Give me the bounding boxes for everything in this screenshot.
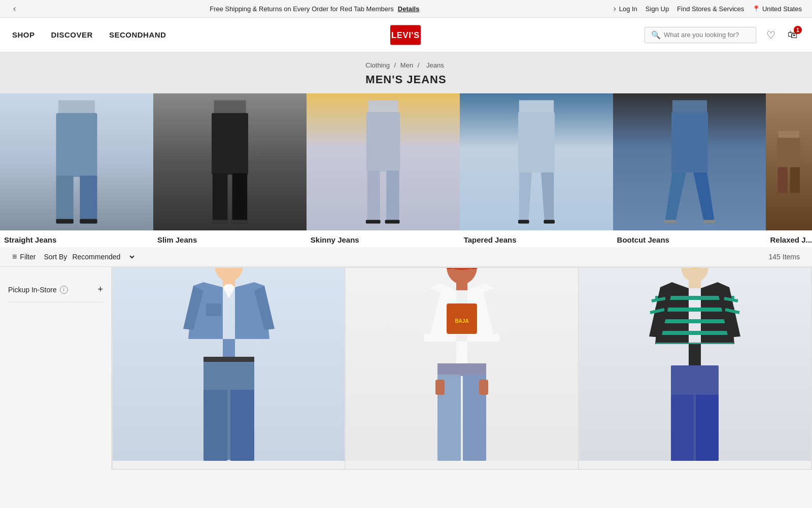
nav-discover[interactable]: DISCOVER	[51, 30, 93, 39]
svg-rect-15	[366, 112, 400, 172]
page-title: MEN'S JEANS	[0, 73, 812, 86]
product-card-3[interactable]	[579, 268, 811, 469]
svg-rect-5	[80, 176, 97, 224]
nav-shop[interactable]: SHOP	[12, 30, 35, 39]
svg-rect-2	[58, 100, 95, 114]
search-icon: 🔍	[651, 30, 661, 40]
find-stores-link[interactable]: Find Stores & Services	[677, 5, 744, 13]
item-count: 145 Items	[769, 253, 800, 261]
svg-rect-41	[204, 390, 227, 461]
svg-rect-39	[206, 303, 221, 316]
svg-rect-35	[790, 167, 800, 193]
breadcrumb-sep-1: /	[394, 61, 396, 69]
banner-prev-arrow[interactable]: ‹	[10, 3, 19, 14]
product-img-3	[579, 268, 811, 461]
category-skinny-jeans[interactable]: Skinny Jeans	[307, 93, 460, 247]
breadcrumb-clothing[interactable]: Clothing	[365, 61, 390, 69]
search-input[interactable]	[664, 31, 750, 39]
svg-rect-3	[56, 113, 97, 177]
svg-rect-30	[664, 220, 675, 223]
svg-rect-13	[231, 220, 248, 223]
category-carousel: Straight Jeans Slim Jeans	[0, 93, 812, 247]
filter-left: ≡ Filter Sort By Recommended Price Low t…	[12, 252, 136, 261]
filter-label: Filter	[20, 253, 36, 261]
search-bar[interactable]: 🔍	[645, 27, 756, 43]
svg-rect-55	[479, 380, 488, 395]
svg-rect-11	[232, 174, 247, 224]
category-label-relaxed: Relaxed J...	[766, 230, 812, 247]
svg-text:LEVI'S: LEVI'S	[391, 30, 420, 40]
pickup-label-text: Pickup In-Store	[8, 286, 57, 294]
pickup-filter-label: Pickup In-Store i	[8, 286, 68, 294]
svg-marker-23	[541, 173, 554, 224]
category-img-slim	[153, 93, 307, 230]
svg-rect-19	[385, 220, 399, 223]
cart-button[interactable]: 🛍 1	[786, 27, 800, 43]
banner-details-link[interactable]: Details	[398, 5, 420, 13]
product-grid: BAJA	[112, 267, 812, 470]
svg-rect-10	[213, 174, 228, 224]
category-tapered-jeans[interactable]: Tapered Jeans	[460, 93, 613, 247]
wishlist-button[interactable]: ♡	[764, 27, 777, 43]
sort-by-label: Sort By	[44, 253, 67, 261]
svg-rect-31	[703, 220, 715, 223]
svg-rect-54	[435, 380, 445, 395]
svg-text:BAJA: BAJA	[455, 318, 468, 324]
sidebar-pickup-filter[interactable]: Pickup In-Store i +	[8, 277, 103, 302]
category-relaxed-jeans[interactable]: Relaxed J...	[766, 93, 812, 247]
category-label-bootcut: Bootcut Jeans	[613, 230, 766, 247]
sidebar: Pickup In-Store i +	[0, 267, 112, 470]
svg-rect-20	[519, 100, 553, 113]
product-card-1[interactable]	[113, 268, 345, 469]
banner-message: Free Shipping & Returns on Every Order f…	[210, 5, 393, 13]
svg-rect-27	[671, 112, 708, 173]
filter-button[interactable]: ≡ Filter	[12, 252, 36, 261]
category-bootcut-jeans[interactable]: Bootcut Jeans	[613, 93, 766, 247]
category-img-skinny	[307, 93, 460, 230]
svg-rect-26	[672, 100, 706, 113]
breadcrumb-sep-2: /	[418, 61, 420, 69]
product-img-2: BAJA	[346, 268, 578, 461]
product-card-2[interactable]: BAJA	[346, 268, 578, 469]
svg-rect-61	[655, 319, 734, 323]
pickup-expand-icon[interactable]: +	[97, 284, 103, 295]
svg-rect-12	[212, 220, 228, 223]
category-img-relaxed	[766, 93, 812, 230]
pickup-info-icon[interactable]: i	[60, 286, 68, 294]
login-link[interactable]: Log In	[619, 5, 637, 13]
svg-marker-29	[693, 173, 715, 224]
signup-link[interactable]: Sign Up	[646, 5, 669, 13]
category-slim-jeans[interactable]: Slim Jeans	[153, 93, 307, 247]
nav-secondhand[interactable]: SECONDHAND	[109, 30, 166, 39]
category-label-skinny: Skinny Jeans	[307, 230, 460, 247]
svg-rect-69	[671, 395, 694, 461]
location-display: 📍 United States	[752, 5, 802, 13]
svg-rect-21	[518, 112, 555, 173]
svg-rect-17	[386, 171, 399, 223]
svg-rect-7	[80, 219, 97, 224]
svg-rect-51	[437, 363, 486, 376]
svg-rect-43	[204, 357, 254, 362]
location-pin-icon: 📍	[752, 5, 760, 13]
breadcrumb-jeans: Jeans	[426, 61, 444, 69]
svg-rect-42	[230, 390, 254, 461]
nav-right: 🔍 ♡ 🛍 1	[645, 27, 800, 43]
banner-center: Free Shipping & Returns on Every Order f…	[19, 5, 610, 13]
svg-marker-22	[519, 173, 531, 224]
breadcrumb: Clothing / Men / Jeans	[0, 61, 812, 69]
logo-container[interactable]: LEVI'S	[390, 25, 421, 45]
cart-count-badge: 1	[794, 26, 802, 34]
category-img-bootcut	[613, 93, 766, 230]
breadcrumb-men[interactable]: Men	[400, 61, 413, 69]
category-straight-jeans[interactable]: Straight Jeans	[0, 93, 153, 247]
sort-select[interactable]: Recommended Price Low to High Price High…	[70, 252, 136, 261]
nav-links: SHOP DISCOVER SECONDHAND	[12, 30, 166, 39]
banner-next-arrow[interactable]: ›	[610, 3, 619, 14]
svg-point-56	[681, 268, 708, 282]
svg-rect-16	[367, 171, 380, 223]
svg-rect-32	[779, 131, 799, 138]
svg-rect-62	[655, 331, 734, 335]
sort-by-container: Sort By Recommended Price Low to High Pr…	[44, 252, 136, 261]
svg-rect-18	[366, 220, 381, 223]
svg-rect-6	[56, 219, 73, 224]
